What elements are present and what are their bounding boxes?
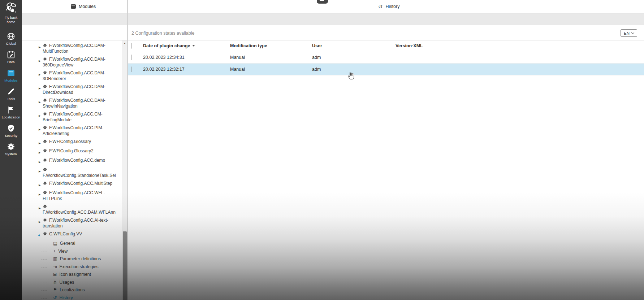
tree-item[interactable]: +View — [22, 249, 128, 254]
pane-tab-bar: Modules ↺ History — [22, 0, 644, 13]
tree-toggle-icon[interactable] — [39, 231, 43, 238]
tree-item-label: F.WorkflowConfig.ACC.DAM- MultiFunction — [43, 43, 116, 54]
tab-history-label: History — [386, 4, 400, 9]
column-header-version[interactable]: Version-XML — [396, 43, 644, 48]
tree-item-label: F.WorkflowConfig.StandaloneTask.SelectE — [43, 167, 116, 178]
tree-item[interactable]: F.WorkflowConfig.ACC.DAM- DirectDownload — [22, 84, 128, 95]
column-header-date[interactable]: Date of plugin change — [143, 43, 230, 48]
table-row[interactable]: 20.02.2023 12:32:17 Manual adm — [128, 64, 644, 75]
tree-toggle-icon[interactable] — [39, 112, 43, 123]
table-row[interactable]: 20.02.2023 12:34:31 Manual adm — [128, 51, 644, 64]
tree-item[interactable]: ⚑Localizations — [22, 287, 128, 293]
tree-toggle-icon[interactable] — [39, 167, 43, 178]
tree-toggle-icon[interactable] — [49, 280, 53, 285]
tree-item[interactable]: ⇥Execution strategies — [22, 264, 128, 270]
gear-icon — [43, 190, 47, 195]
gear-icon — [43, 167, 47, 172]
tree-item[interactable]: F.WorkflowConfig.ACC.demo — [22, 158, 128, 165]
sidebar-item-security[interactable]: Security — [0, 123, 22, 138]
tree-toggle-icon[interactable] — [39, 43, 43, 54]
scroll-up-icon[interactable]: ▲ — [122, 42, 127, 44]
tree-toggle-icon[interactable] — [39, 70, 43, 82]
sidebar-label-security: Security — [0, 134, 22, 138]
column-header-user[interactable]: User — [312, 43, 396, 48]
tree-item[interactable]: ▤General — [22, 241, 128, 246]
gear-icon — [43, 218, 47, 222]
scrollbar-thumb[interactable] — [123, 231, 127, 300]
tree-toggle-icon[interactable] — [49, 287, 53, 293]
tree-toggle-icon[interactable] — [39, 190, 43, 201]
tree-item[interactable]: F.WorkflowConfig.ACC.WFL- HTTPLink — [22, 190, 128, 201]
chevron-down-icon — [631, 31, 634, 34]
tree-item[interactable]: ▥Parameter definitions — [22, 256, 128, 262]
tree-item[interactable]: F.WorkflowConfig.ACC.DAM- 360DegreeView — [22, 57, 128, 68]
tree-item[interactable]: ⋔Usages — [22, 280, 128, 285]
tree-toggle-icon[interactable] — [39, 158, 43, 165]
sidebar-item-system[interactable]: System — [0, 142, 22, 156]
tree-toggle-icon[interactable] — [49, 249, 53, 254]
sidebar-item-modules[interactable]: Modules — [0, 68, 22, 82]
tree-item-label: F.WorkflowConfig.ACC.CM- BriefingModule — [43, 112, 116, 123]
tree-toggle-icon[interactable] — [39, 181, 43, 188]
sidebar-item-data[interactable]: Data — [0, 50, 22, 64]
tab-modules[interactable]: Modules — [71, 0, 96, 13]
sidebar-item-localization[interactable]: Localization — [0, 105, 22, 119]
tree-item-label: F.WorkflowConfig.ACC.demo — [43, 158, 116, 165]
tree-item-label: F.WorkflowConfig.ACC.DAM- 360DegreeView — [43, 57, 116, 68]
tree-toggle-icon[interactable] — [49, 256, 53, 262]
tree-item[interactable]: F.WorkflowConfig.ACC.DAM- MultiFunction — [22, 43, 128, 54]
tree-toggle-icon[interactable] — [39, 125, 43, 136]
tree-item[interactable]: F.WorkflowConfig.StandaloneTask.SelectE — [22, 167, 128, 178]
sidebar-label-global: Global — [0, 42, 22, 45]
tree-toggle-icon[interactable] — [49, 264, 53, 270]
tree-item[interactable]: F.WorkflowConfig.ACC.PIM- ArticleBriefin… — [22, 125, 128, 136]
row-checkbox[interactable] — [131, 66, 131, 72]
config-tree-panel: F.WorkflowConfig.ACC.DAM- MultiFunction … — [22, 40, 128, 300]
shield-check-icon — [0, 123, 22, 133]
home-button[interactable]: Fly back home — [4, 2, 18, 24]
gear-icon — [43, 112, 47, 116]
tree-toggle-icon[interactable] — [49, 295, 53, 300]
tree-item[interactable]: F.WorkflowConfig.ACC.DAM- ShowInNavigati… — [22, 98, 128, 109]
select-all-checkbox[interactable] — [131, 43, 131, 49]
tree-item[interactable]: F.WFlConfig.Glossary — [22, 139, 128, 146]
gear-icon — [43, 125, 47, 130]
tree-toggle-icon[interactable] — [49, 241, 53, 246]
tree-item[interactable]: F.WorkflowConfig.ACC.CM- BriefingModule — [22, 112, 128, 123]
tree-item[interactable]: C.WFLConfig.VV — [22, 231, 128, 238]
tree-item-label: F.WorkflowConfig.ACC.DAM- DirectDownload — [43, 84, 116, 95]
tree-toggle-icon[interactable] — [39, 204, 43, 215]
tab-history[interactable]: ↺ History — [378, 0, 399, 13]
table-header-row: Date of plugin change Modification type … — [128, 40, 644, 51]
sidebar-item-tools[interactable]: Tools — [0, 87, 22, 101]
tree-item[interactable]: ↺History — [22, 295, 128, 300]
tree-item[interactable]: F.WFlConfig.Glossary2 — [22, 148, 128, 155]
row-checkbox[interactable] — [131, 55, 131, 60]
gear-icon — [43, 204, 47, 209]
tree-item[interactable]: F.WorkflowConfig.ACC.AI-text- translatio… — [22, 218, 128, 229]
tree-item[interactable]: F.WorkflowConfig.ACC.MultiStep — [22, 181, 128, 188]
tree-item[interactable]: F.WorkflowConfig.ACC.DAM- 3DRenderer — [22, 70, 128, 82]
tree-toggle-icon[interactable] — [39, 148, 43, 155]
tree-toggle-icon[interactable] — [39, 139, 43, 146]
tree-item-label: ▤General — [53, 241, 126, 246]
sidebar-item-global[interactable]: Global — [0, 31, 22, 45]
gear-icon — [43, 98, 47, 103]
column-header-type[interactable]: Modification type — [230, 43, 312, 48]
tree-item-label: F.WorkflowConfig.ACC.DAM- 3DRenderer — [43, 70, 116, 82]
tree-scrollbar[interactable]: ▲ — [122, 40, 127, 300]
tree-toggle-icon[interactable] — [39, 218, 43, 229]
sidebar-label-data: Data — [0, 60, 22, 64]
tree-toggle-icon[interactable] — [39, 57, 43, 68]
tree-toggle-icon[interactable] — [39, 84, 43, 95]
tree-toggle-icon[interactable] — [49, 272, 53, 277]
sort-desc-icon — [192, 45, 195, 47]
tree-item-label: ↺History — [53, 295, 126, 300]
tree-toggle-icon[interactable] — [39, 98, 43, 109]
language-selector[interactable]: EN — [621, 29, 637, 37]
tree-item[interactable]: ⊞Icon assignment — [22, 272, 128, 277]
tree-item-label: F.WorkflowConfig.ACC.AI-text- translatio… — [43, 218, 116, 229]
tree-item[interactable]: F.WorkflowConfig.ACC.DAM.WFLAnnotat — [22, 204, 128, 215]
language-value: EN — [624, 31, 630, 35]
gear-icon — [0, 142, 22, 152]
